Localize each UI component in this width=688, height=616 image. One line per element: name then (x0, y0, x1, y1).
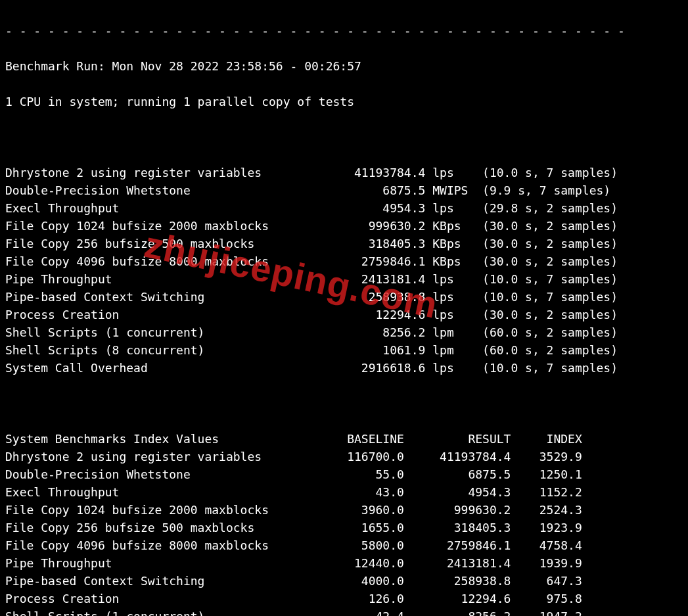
benchmark-run-line: Benchmark Run: Mon Nov 28 2022 23:58:56 … (5, 57, 683, 75)
result-row: Pipe Throughput 2413181.4 lps (10.0 s, 7… (5, 270, 683, 288)
result-row: Execl Throughput 4954.3 lps (29.8 s, 2 s… (5, 199, 683, 217)
result-row: File Copy 1024 bufsize 2000 maxblocks 99… (5, 217, 683, 235)
index-header: System Benchmarks Index Values BASELINE … (5, 430, 683, 448)
index-row: Execl Throughput 43.0 4954.3 1152.2 (5, 483, 683, 501)
result-row: Double-Precision Whetstone 6875.5 MWIPS … (5, 181, 683, 199)
index-row: File Copy 256 bufsize 500 maxblocks 1655… (5, 519, 683, 536)
index-block: System Benchmarks Index Values BASELINE … (5, 430, 683, 616)
index-row: Pipe Throughput 12440.0 2413181.4 1939.9 (5, 554, 683, 572)
result-row: Pipe-based Context Switching 258938.8 lp… (5, 288, 683, 306)
cpu-info-line: 1 CPU in system; running 1 parallel copy… (5, 93, 683, 110)
index-row: File Copy 1024 bufsize 2000 maxblocks 39… (5, 501, 683, 519)
result-row: Process Creation 12294.6 lps (30.0 s, 2 … (5, 306, 683, 323)
index-row: Pipe-based Context Switching 4000.0 2589… (5, 572, 683, 590)
index-row: Shell Scripts (1 concurrent) 42.4 8256.2… (5, 607, 683, 616)
terminal-output: - - - - - - - - - - - - - - - - - - - - … (0, 0, 688, 616)
separator-line: - - - - - - - - - - - - - - - - - - - - … (5, 22, 683, 39)
result-row: System Call Overhead 2916618.6 lps (10.0… (5, 359, 683, 377)
result-row: Shell Scripts (8 concurrent) 1061.9 lpm … (5, 341, 683, 359)
result-row: File Copy 256 bufsize 500 maxblocks 3184… (5, 235, 683, 252)
index-row: Dhrystone 2 using register variables 116… (5, 448, 683, 465)
results-block: Dhrystone 2 using register variables 411… (5, 164, 683, 377)
index-row: Process Creation 126.0 12294.6 975.8 (5, 590, 683, 607)
result-row: Shell Scripts (1 concurrent) 8256.2 lpm … (5, 323, 683, 341)
index-row: Double-Precision Whetstone 55.0 6875.5 1… (5, 465, 683, 483)
index-row: File Copy 4096 bufsize 8000 maxblocks 58… (5, 536, 683, 554)
result-row: Dhrystone 2 using register variables 411… (5, 164, 683, 181)
result-row: File Copy 4096 bufsize 8000 maxblocks 27… (5, 252, 683, 270)
